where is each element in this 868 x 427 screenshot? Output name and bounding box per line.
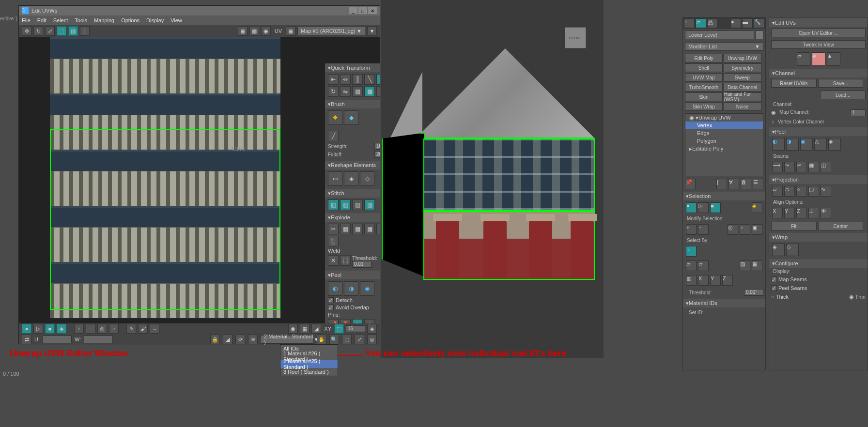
skin-button[interactable]: Skin: [685, 92, 723, 101]
align-view-icon[interactable]: 👁: [821, 208, 831, 218]
element-mode[interactable]: ◈: [57, 324, 66, 334]
section-channel[interactable]: ▾ Channel: [769, 69, 868, 77]
menu-view[interactable]: View: [170, 17, 182, 23]
quick-planar-icon[interactable]: ▱: [797, 52, 810, 66]
sel-vertex-icon[interactable]: ●: [686, 202, 697, 213]
sweep-button[interactable]: Sweep: [724, 73, 761, 82]
menu-select[interactable]: Select: [53, 17, 68, 23]
flip-icon[interactable]: ⇋: [340, 86, 351, 97]
utilities-tab[interactable]: 🔧: [754, 18, 764, 28]
section-peel-rollout[interactable]: ▾ Peel: [769, 127, 868, 136]
peel-r3[interactable]: ◉: [800, 138, 813, 151]
brush-falloff-icon[interactable]: ╱: [328, 131, 339, 141]
create-tab[interactable]: +: [684, 18, 695, 28]
mirror-tool[interactable]: ▥: [68, 26, 78, 36]
menu-tools[interactable]: Tools: [75, 17, 87, 23]
quick-peel-icon[interactable]: ◈: [812, 52, 825, 66]
sel-conv-icon[interactable]: ◈: [752, 202, 762, 213]
thick-radio[interactable]: Thick: [776, 294, 789, 300]
peel2-icon[interactable]: ◑: [344, 281, 358, 296]
weld2-icon[interactable]: ⬚: [340, 255, 351, 266]
peel-r2[interactable]: ◑: [786, 138, 799, 151]
show-icon[interactable]: ◉: [261, 26, 271, 36]
proj-planar-icon[interactable]: ▱: [772, 186, 783, 197]
minimize-button[interactable]: _: [349, 7, 357, 14]
opts3-icon[interactable]: ◢: [311, 324, 321, 334]
rotate-tool[interactable]: ↻: [33, 26, 43, 36]
flatten5-icon[interactable]: ░: [328, 236, 339, 246]
pin2-icon[interactable]: 📍: [340, 319, 351, 323]
snow-icon[interactable]: ❄: [248, 335, 258, 344]
pan-icon[interactable]: ✋: [317, 335, 326, 344]
detach-checkbox[interactable]: ✓: [328, 297, 334, 303]
vertex-mode[interactable]: ●: [22, 324, 31, 334]
soft-icon[interactable]: ～: [150, 324, 159, 334]
conv-icon[interactable]: ▣: [752, 224, 762, 235]
grid-icon[interactable]: ▦: [352, 86, 363, 97]
abs-mode-icon[interactable]: ⇄: [22, 335, 31, 344]
space-horiz-icon[interactable]: ⇉: [376, 74, 380, 85]
matid-option-2[interactable]: 2:Material #25 ( Standard ): [280, 360, 338, 368]
filter1-icon[interactable]: ◢: [223, 335, 232, 344]
planar4-icon[interactable]: ▦: [752, 260, 762, 271]
tool-icon[interactable]: ║: [80, 26, 90, 36]
sel-z[interactable]: Z: [722, 275, 733, 286]
opts1-icon[interactable]: ◉: [288, 324, 298, 334]
brush-icon[interactable]: 🖌: [138, 324, 148, 334]
section-peel[interactable]: ▾ Peel: [325, 271, 380, 279]
thin-radio[interactable]: Thin: [855, 294, 866, 300]
snap-icon[interactable]: ⬚: [334, 324, 344, 334]
grid-toggle[interactable]: ◈: [367, 324, 377, 334]
mapseams-checkbox[interactable]: ✓: [771, 276, 777, 282]
modify-tab[interactable]: ▱: [696, 18, 706, 28]
sel-edge-icon[interactable]: ▷: [698, 202, 709, 213]
align-x[interactable]: X: [772, 208, 783, 218]
open-uv-editor-button[interactable]: Open UV Editor ...: [771, 29, 866, 37]
lock-icon[interactable]: 🔒: [210, 335, 220, 344]
seam3-icon[interactable]: ✂: [796, 162, 807, 172]
stack-polygon[interactable]: Polygon: [685, 137, 763, 145]
w-spinner[interactable]: [84, 336, 113, 343]
viewcube[interactable]: FRONT: [565, 27, 586, 48]
menu-edit[interactable]: Edit: [37, 17, 46, 23]
edge-mode[interactable]: ▷: [33, 324, 43, 334]
texture-map-dropdown[interactable]: Map #1 (ARC0291.jpg)▼: [297, 27, 365, 35]
pin3-icon[interactable]: ✦: [352, 319, 363, 323]
noise-button[interactable]: Noise: [724, 102, 761, 111]
tweak-in-view-button[interactable]: Tweak In View: [771, 40, 866, 49]
align-horiz-icon[interactable]: ⇔: [340, 74, 351, 85]
stack-vertex[interactable]: Vertex: [685, 122, 763, 129]
relax2-icon[interactable]: ◇: [360, 171, 374, 186]
freeform-tool[interactable]: ⬚: [57, 26, 66, 36]
pack-icetc[interactable]: ▩: [364, 86, 375, 97]
peel1-icon[interactable]: ◐: [328, 281, 342, 296]
skinwrap-button[interactable]: Skin Wrap: [685, 102, 723, 111]
linear-align-icon[interactable]: ╲: [364, 74, 375, 85]
falloff-input[interactable]: 20.0: [374, 151, 380, 158]
section-explode[interactable]: ▾ Explode: [325, 213, 380, 222]
loop-icon[interactable]: ◎: [728, 224, 738, 235]
overlap-checkbox[interactable]: ✓: [328, 305, 334, 310]
hairfur-button[interactable]: Hair and Fur (WSM): [724, 92, 761, 101]
map-channel-input[interactable]: 1: [850, 109, 866, 116]
section-quick-transform[interactable]: ▾ Quick Transform: [325, 63, 380, 72]
align-left-icon[interactable]: ⇤: [328, 74, 339, 85]
align-z[interactable]: Z: [796, 208, 807, 218]
stack-editpoly[interactable]: ▸ Editable Poly: [685, 145, 763, 152]
menu-file[interactable]: File: [22, 17, 31, 23]
shell-button[interactable]: Shell: [685, 63, 723, 72]
shrink-icon[interactable]: −: [86, 324, 95, 334]
grow-icon[interactable]: +: [686, 224, 697, 235]
pin1-icon[interactable]: 📌: [328, 319, 339, 323]
grid-size-input[interactable]: 16: [346, 325, 365, 332]
pin-stack-icon[interactable]: 📌: [685, 179, 696, 189]
uv-editor-titlebar[interactable]: 3 Edit UVWs _ □ ✕: [19, 6, 380, 15]
zoom-extents-icon[interactable]: ⤢: [355, 335, 364, 344]
center-button[interactable]: Center: [818, 222, 864, 230]
peelseams-checkbox[interactable]: ✓: [771, 285, 777, 291]
poly-mode[interactable]: ■: [45, 324, 55, 334]
object-name-input[interactable]: Lower Level: [685, 30, 754, 39]
symmetry-button[interactable]: Symmetry: [724, 63, 761, 72]
seam1-icon[interactable]: ⟶: [772, 162, 783, 172]
matid-icon[interactable]: ▥: [686, 275, 697, 286]
